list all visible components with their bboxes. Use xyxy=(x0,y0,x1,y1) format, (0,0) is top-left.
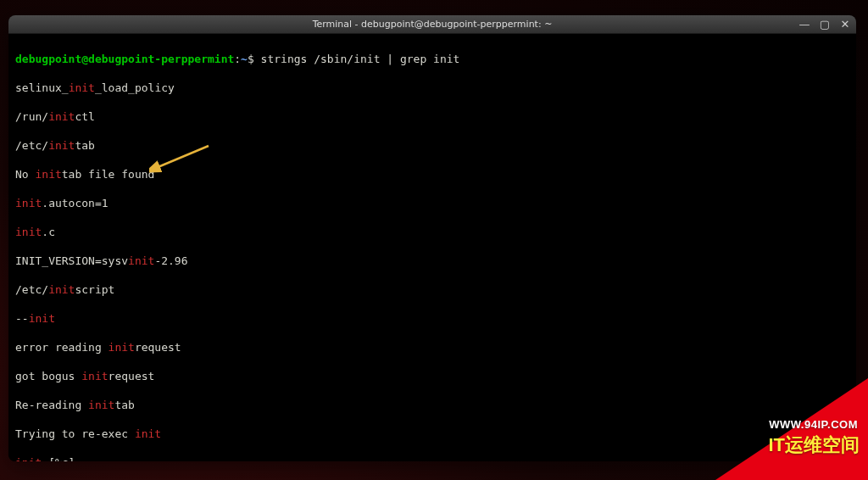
command-1: strings /sbin/init | grep init xyxy=(254,53,460,65)
window-title: Terminal - debugpoint@debugpoint-perpper… xyxy=(313,19,553,30)
output-line: init.autocon=1 xyxy=(15,196,849,210)
output-line: /run/initctl xyxy=(15,109,849,124)
prompt-line-1: debugpoint@debugpoint-perppermint:~$ str… xyxy=(15,52,849,66)
window-controls: — ▢ ✕ xyxy=(798,15,851,33)
close-button[interactable]: ✕ xyxy=(839,19,851,30)
maximize-button[interactable]: ▢ xyxy=(819,19,831,30)
output-line: No inittab file found xyxy=(15,167,849,181)
output-line: --init xyxy=(15,311,849,326)
titlebar[interactable]: Terminal - debugpoint@debugpoint-perpper… xyxy=(8,15,856,34)
output-line: /etc/initscript xyxy=(15,282,849,297)
banner-url: WWW.94IP.COM xyxy=(769,418,858,431)
output-line: /etc/inittab xyxy=(15,138,849,153)
banner-caption: IT运维空间 xyxy=(768,433,860,458)
output-line: INIT_VERSION=sysvinit-2.96 xyxy=(15,254,849,268)
prompt-path: ~ xyxy=(241,53,248,65)
output-line: selinux_init_load_policy xyxy=(15,81,849,95)
output-line: init.c xyxy=(15,225,849,239)
prompt-user: debugpoint@debugpoint-perppermint xyxy=(15,53,234,65)
output-line: error reading initrequest xyxy=(15,340,849,354)
minimize-button[interactable]: — xyxy=(798,19,810,30)
